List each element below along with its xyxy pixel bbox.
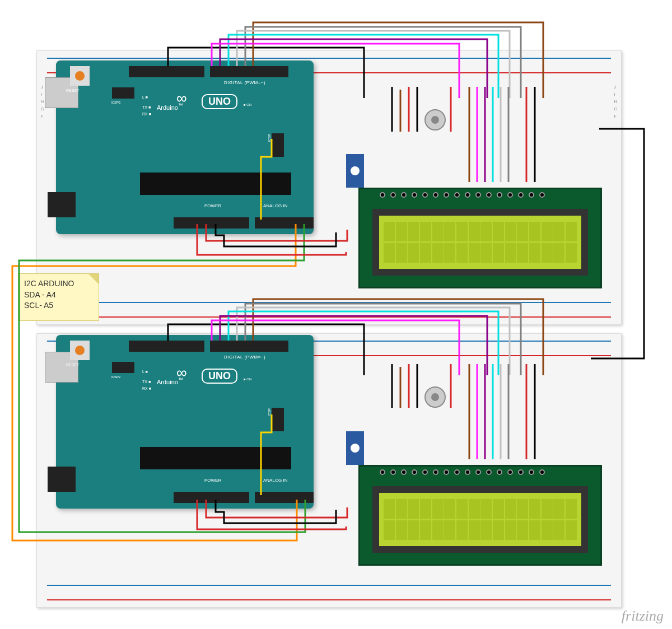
mcu-chip [140,447,291,469]
arduino-bottom: RESET ICSP2 ICSP L ■ TX ■ RX ■ ■ ON ∞ UN… [56,335,314,509]
mcu-chip [140,173,291,195]
icsp-header [272,133,284,157]
led-tx: TX ■ [142,105,151,109]
power-jack-icon [48,467,76,492]
rotary-pot-bottom [424,386,446,408]
trimpot-top [346,154,364,188]
uno-label: UNO [202,369,237,384]
led-tx: TX ■ [142,380,151,384]
header-digital-left [129,341,204,352]
icsp-label: ICSP [268,408,271,416]
header-analog [255,492,314,503]
trimpot-bottom [346,431,364,465]
reset-label: RESET [66,363,79,367]
reset-label: RESET [66,88,79,92]
arduino-brand: Arduino™ [157,102,183,111]
icsp-header [272,408,284,431]
header-analog [255,217,314,229]
note-line2: SDA - A4 [24,290,93,301]
led-l: L ■ [142,95,148,99]
uno-label: UNO [202,94,237,109]
note-line1: I2C ARDUINO [24,278,93,290]
analog-pins-label: ANALOG IN [263,203,288,208]
header-digital-right [210,341,288,352]
i2c-note: I2C ARDUINO SDA - A4 SCL- A5 [18,273,99,321]
note-line3: SCL- A5 [24,300,93,311]
rotary-pot-top [424,109,446,131]
digital-pins-label: DIGITAL (PWM=~) [224,80,265,85]
lcd-bezel [372,209,588,276]
circuit-diagram: JIHGF JIHGF RESET ICSP2 ICSP [0,0,672,629]
reset-button [70,341,90,360]
led-l: L ■ [142,370,148,374]
on-led: ■ ON [244,103,251,106]
icsp2-header [112,362,134,373]
led-rx: RX ■ [142,112,151,116]
lcd-screen [379,216,581,269]
lcd-screen [379,493,581,546]
icsp2-label: ICSP2 [111,101,120,104]
lcd-bezel [372,486,588,553]
header-digital-right [210,66,288,77]
header-digital-left [129,66,204,77]
power-pins-label: POWER [204,203,221,208]
analog-pins-label: ANALOG IN [263,478,288,483]
icsp2-header [112,87,134,99]
power-jack-icon [48,192,76,217]
arduino-brand: Arduino™ [157,377,183,385]
lcd-pins [380,192,545,198]
watermark: fritzing [622,608,664,625]
icsp-label: ICSP [268,134,271,142]
power-pins-label: POWER [204,478,221,483]
lcd-bottom [358,465,602,566]
icsp2-label: ICSP2 [111,375,120,379]
lcd-top [358,188,602,288]
arduino-top: RESET ICSP2 ICSP L ■ TX ■ RX ■ ■ ON ∞ UN… [56,60,314,234]
led-rx: RX ■ [142,386,151,390]
digital-pins-label: DIGITAL (PWM=~) [224,355,265,360]
on-led: ■ ON [244,378,251,381]
reset-button [70,66,90,86]
lcd-pins [380,469,545,475]
header-power [174,217,249,229]
header-power [174,492,249,503]
